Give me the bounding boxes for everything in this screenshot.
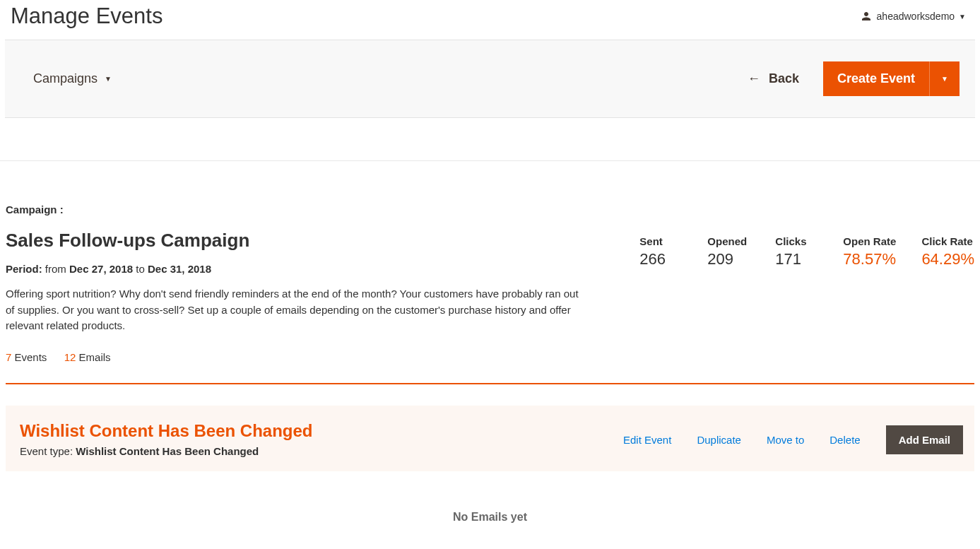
campaign-name: Sales Follow-ups Campaign — [6, 230, 585, 252]
campaign-period: Period: from Dec 27, 2018 to Dec 31, 201… — [6, 263, 585, 275]
stat-click-rate: Click Rate 64.29% — [921, 235, 974, 268]
user-icon — [860, 10, 873, 23]
campaign-stats: Sent 266 Opened 209 Clicks 171 Open Rate… — [639, 230, 974, 268]
back-button[interactable]: ← Back — [748, 71, 799, 86]
event-card: Wishlist Content Has Been Changed Event … — [6, 406, 974, 471]
caret-down-icon: ▼ — [941, 75, 948, 83]
back-label: Back — [769, 71, 799, 86]
stat-sent: Sent 266 — [639, 235, 682, 268]
caret-down-icon: ▼ — [959, 13, 966, 20]
divider — [6, 383, 974, 384]
campaigns-label: Campaigns — [33, 71, 98, 86]
stat-clicks: Clicks 171 — [775, 235, 817, 268]
edit-event-link[interactable]: Edit Event — [623, 434, 671, 446]
event-title: Wishlist Content Has Been Changed — [20, 421, 313, 441]
create-event-button[interactable]: Create Event — [823, 61, 929, 96]
move-to-link[interactable]: Move to — [767, 434, 804, 446]
campaign-counts: 7 Events 12 Emails — [6, 351, 585, 363]
campaign-label: Campaign : — [6, 203, 974, 216]
stat-open-rate: Open Rate 78.57% — [843, 235, 896, 268]
page-title: Manage Events — [11, 4, 163, 29]
create-event-dropdown[interactable]: ▼ — [929, 61, 960, 96]
add-email-button[interactable]: Add Email — [886, 425, 963, 454]
stat-opened: Opened 209 — [707, 235, 750, 268]
event-type: Event type: Wishlist Content Has Been Ch… — [20, 445, 313, 457]
user-menu[interactable]: aheadworksdemo ▼ — [860, 10, 966, 23]
arrow-left-icon: ← — [748, 71, 760, 86]
campaign-description: Offering sport nutrition? Why don't send… — [6, 286, 585, 334]
toolbar: Campaigns ▼ ← Back Create Event ▼ — [5, 40, 975, 118]
campaigns-dropdown[interactable]: Campaigns ▼ — [33, 71, 112, 86]
user-name: aheadworksdemo — [877, 11, 955, 22]
delete-link[interactable]: Delete — [830, 434, 860, 446]
no-emails-message: No Emails yet — [6, 511, 974, 524]
duplicate-link[interactable]: Duplicate — [697, 434, 741, 446]
caret-down-icon: ▼ — [105, 75, 112, 83]
